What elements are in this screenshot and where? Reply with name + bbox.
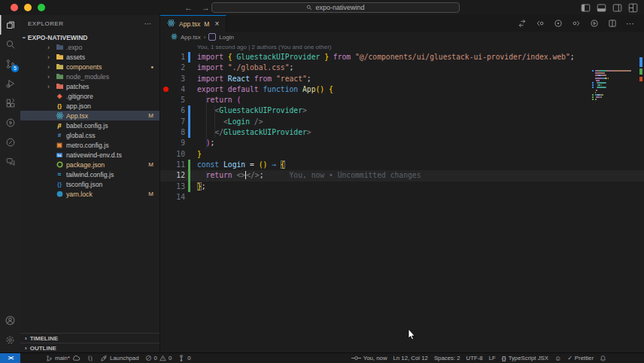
outline-section[interactable]: › OUTLINE <box>20 343 159 352</box>
tree-item-global-css[interactable]: #global.css <box>20 130 159 140</box>
tree-item-babel-config-js[interactable]: βbabel.config.js <box>20 120 159 130</box>
activity-settings-icon[interactable] <box>0 330 20 349</box>
status-ports[interactable]: 0 <box>175 353 193 363</box>
status-remote[interactable]: >< <box>0 353 20 363</box>
status-launchpad[interactable]: Launchpad <box>97 353 142 363</box>
status-cursor-position[interactable]: Ln 12, Col 12 <box>390 353 431 363</box>
status-notifications[interactable] <box>597 353 609 363</box>
activity-plugin-pencil-icon[interactable] <box>0 133 20 152</box>
breadcrumb-file[interactable]: App.tsx <box>181 34 201 41</box>
compare-circle-icon[interactable] <box>554 19 563 28</box>
activity-accounts-icon[interactable] <box>0 310 20 330</box>
next-change-icon[interactable] <box>572 19 581 28</box>
activity-plugin-play-icon[interactable] <box>0 113 20 133</box>
glyph-margin[interactable] <box>160 105 171 116</box>
split-editor-icon[interactable] <box>608 19 617 28</box>
navigate-back-icon[interactable]: ← <box>184 3 193 12</box>
panel-bottom-icon[interactable] <box>597 3 606 13</box>
status-language[interactable]: {}TypeScript JSX <box>499 353 551 363</box>
command-center-search[interactable]: expo-nativewind <box>211 2 460 13</box>
glyph-margin[interactable] <box>160 170 171 181</box>
tree-item-yarn-lock[interactable]: yarn.lockM <box>20 189 159 199</box>
activity-search-icon[interactable] <box>0 35 20 54</box>
status-indentation[interactable]: Spaces: 2 <box>431 353 463 363</box>
glyph-margin[interactable] <box>160 117 171 127</box>
glyph-margin[interactable] <box>160 160 171 170</box>
run-icon[interactable] <box>590 19 599 28</box>
tree-item-tailwind-config-js[interactable]: ≈tailwind.config.js <box>20 169 159 179</box>
navigate-forward-icon[interactable]: → <box>202 3 210 12</box>
previous-change-icon[interactable] <box>536 19 545 28</box>
status-encoding[interactable]: UTF-8 <box>463 353 486 363</box>
panel-right-icon[interactable] <box>612 3 622 13</box>
layout-customize-icon[interactable] <box>628 3 638 13</box>
codelens-blame[interactable]: You, 1 second ago | 2 authors (You and o… <box>160 42 644 52</box>
status-branch[interactable]: main* <box>43 353 84 363</box>
status-eol[interactable]: LF <box>486 353 499 363</box>
breakpoint-icon[interactable] <box>163 87 169 92</box>
code-line-4[interactable]: 4export default function App() { <box>160 84 644 95</box>
tree-item--gitignore[interactable]: ◆.gitignore <box>20 91 159 101</box>
open-changes-icon[interactable] <box>518 19 527 28</box>
minimize-window-button[interactable] <box>24 4 32 11</box>
code-line-14[interactable]: 14 <box>160 192 644 203</box>
tree-item-app-json[interactable]: {}app.json <box>20 101 159 111</box>
minimap[interactable] <box>592 70 636 104</box>
status-compare[interactable] <box>84 353 97 363</box>
tree-item-patches[interactable]: ›patches <box>20 81 159 91</box>
maximize-window-button[interactable] <box>38 4 45 11</box>
tree-item--expo[interactable]: ›.expo <box>20 42 159 52</box>
code-line-8[interactable]: 8 </GluestackUIProvider> <box>160 127 644 138</box>
code-line-11[interactable]: 11const Login = () ⇒ { <box>160 160 644 170</box>
glyph-margin[interactable] <box>160 52 171 63</box>
tab-app-tsx[interactable]: App.tsx M × <box>160 15 226 32</box>
code-line-5[interactable]: 5 return ( <box>160 95 644 105</box>
tree-item-metro-config-js[interactable]: ▣metro.config.js <box>20 140 159 150</box>
glyph-margin[interactable] <box>160 182 171 192</box>
tree-item-tsconfig-json[interactable]: {}tsconfig.json <box>20 179 159 189</box>
code-line-10[interactable]: 10} <box>160 149 644 160</box>
code-line-7[interactable]: 7 <Login /> <box>160 117 644 127</box>
explorer-more-actions-icon[interactable]: ⋯ <box>144 20 153 28</box>
more-icon[interactable]: ⋯ <box>626 19 635 29</box>
glyph-margin[interactable] <box>160 149 171 160</box>
code-line-9[interactable]: 9 ); <box>160 138 644 148</box>
tree-item-app-tsx[interactable]: App.tsxM <box>20 111 159 120</box>
glyph-margin[interactable] <box>160 63 171 73</box>
status-problems[interactable]: 00 <box>142 353 175 363</box>
tree-item-node-modules[interactable]: ›node_modules <box>20 72 159 81</box>
status-blame[interactable]: You, now <box>348 353 390 363</box>
tree-item-nativewind-env-d-ts[interactable]: tsnativewind-env.d.ts <box>20 150 159 160</box>
close-tab-icon[interactable]: × <box>214 20 219 28</box>
activity-extensions-icon[interactable] <box>0 93 20 113</box>
tree-root-folder[interactable]: › EXPO-NATIVEWIND <box>20 32 159 42</box>
tree-item-assets[interactable]: ›assets <box>20 52 159 62</box>
overview-ruler[interactable] <box>637 42 644 352</box>
breakpoint-margin[interactable] <box>160 84 171 95</box>
code-line-12[interactable]: 12 return <></>;You, now • Uncommitted c… <box>160 170 644 181</box>
status-feedback[interactable]: ☺ <box>551 353 564 363</box>
timeline-section[interactable]: › TIMELINE <box>20 333 159 343</box>
glyph-margin[interactable] <box>160 74 171 84</box>
root-folder-label: EXPO-NATIVEWIND <box>28 34 88 41</box>
panel-left-icon[interactable] <box>581 3 591 13</box>
code-line-2[interactable]: 2import "./global.css"; <box>160 63 644 73</box>
glyph-margin[interactable] <box>160 127 171 138</box>
code-line-3[interactable]: 3import React from "react"; <box>160 74 644 84</box>
glyph-margin[interactable] <box>160 95 171 105</box>
glyph-margin[interactable] <box>160 138 171 148</box>
tree-item-components[interactable]: ›components● <box>20 62 159 72</box>
tree-item-package-json[interactable]: package.jsonM <box>20 160 159 169</box>
breadcrumb-symbol[interactable]: Login <box>219 34 234 41</box>
activity-source-control-icon[interactable]: 5 <box>0 54 20 74</box>
status-formatter[interactable]: ✓Prettier <box>564 353 597 363</box>
activity-explorer-icon[interactable] <box>0 15 20 35</box>
code-line-13[interactable]: 13}; <box>160 182 644 192</box>
glyph-margin[interactable] <box>160 192 171 203</box>
activity-chat-icon[interactable] <box>0 152 20 172</box>
code-line-6[interactable]: 6 <GluestackUIProvider> <box>160 105 644 116</box>
code-area[interactable]: You, 1 second ago | 2 authors (You and o… <box>160 42 644 352</box>
close-window-button[interactable] <box>11 4 18 11</box>
code-line-1[interactable]: 1import { GluestackUIProvider } from "@/… <box>160 52 644 63</box>
activity-run-debug-icon[interactable] <box>0 74 20 93</box>
